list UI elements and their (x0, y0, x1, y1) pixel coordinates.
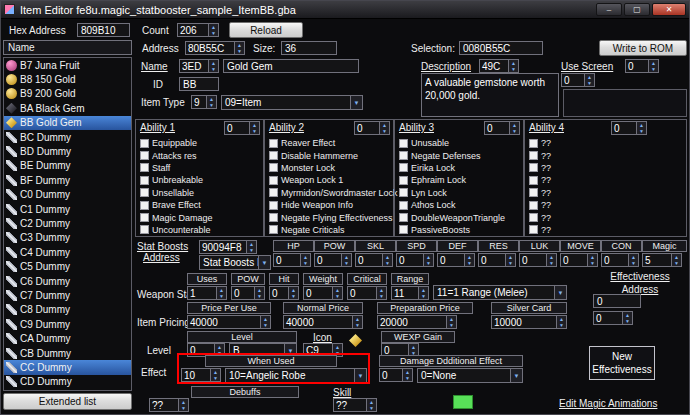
weapon-value-spinner[interactable]: 0▲▼ (231, 286, 265, 300)
weapon-value-spinner[interactable]: 0▲▼ (303, 286, 343, 300)
spinner-arrows[interactable]: ▲▼ (216, 287, 226, 299)
checkbox[interactable] (399, 139, 408, 148)
spinner-arrows[interactable]: ▲▼ (254, 287, 264, 299)
debuffs-spinner[interactable]: ??▲▼ (149, 398, 189, 412)
close-button[interactable]: ✕ (652, 3, 686, 16)
write-to-rom-button[interactable]: Write to ROM (599, 40, 687, 56)
ability-check-row[interactable]: PassiveBoosts (399, 224, 522, 236)
spinner-arrows[interactable]: ▲▼ (206, 96, 216, 108)
spin-down-icon[interactable]: ▼ (367, 405, 376, 411)
spinner-arrows[interactable]: ▲▼ (246, 241, 256, 253)
spin-down-icon[interactable]: ▼ (447, 322, 456, 328)
checkbox[interactable] (269, 213, 278, 222)
stat-value-spinner[interactable]: 0▲▼ (437, 253, 475, 267)
ability-check-row[interactable]: ?? (529, 137, 685, 149)
spin-down-icon[interactable]: ▼ (585, 80, 594, 86)
weapon-value-spinner[interactable]: 11▲▼ (391, 286, 429, 300)
checkbox[interactable] (529, 151, 538, 160)
ability-4-spinner[interactable]: 0▲▼ (611, 121, 647, 135)
stat-boosts-address-link-2[interactable]: Address (143, 252, 180, 263)
checkbox[interactable] (529, 176, 538, 185)
spin-down-icon[interactable]: ▼ (380, 128, 389, 134)
skill-link[interactable]: Skill (333, 387, 351, 398)
spinner-arrows[interactable]: ▲▼ (382, 254, 392, 266)
checkbox[interactable] (399, 188, 408, 197)
checkbox[interactable] (269, 163, 278, 172)
selection-field[interactable]: 0080B55C (459, 41, 543, 55)
checkbox[interactable] (269, 201, 278, 210)
spinner-arrows[interactable]: ▲▼ (508, 60, 518, 72)
use-screen-spinner-2[interactable]: 0▲▼ (625, 59, 659, 73)
ability-check-row[interactable]: Ephraim Lock (399, 174, 522, 186)
checkbox[interactable] (140, 176, 149, 185)
checkbox[interactable] (399, 201, 408, 210)
stat-value-spinner[interactable]: 0▲▼ (355, 253, 393, 267)
list-item[interactable]: CC Dummy (4, 360, 131, 374)
checkbox[interactable] (269, 139, 278, 148)
spin-down-icon[interactable]: ▼ (211, 375, 220, 381)
spinner-arrows[interactable]: ▲▼ (249, 122, 259, 134)
checkbox[interactable] (140, 139, 149, 148)
list-item[interactable]: C4 Dummy (4, 245, 131, 259)
chevron-down-icon[interactable]: ▼ (510, 369, 522, 382)
spin-down-icon[interactable]: ▼ (419, 293, 428, 299)
spin-down-icon[interactable]: ▼ (235, 48, 244, 54)
ability-check-row[interactable]: Eirika Lock (399, 162, 522, 174)
ability-check-row[interactable]: Negate Criticals (269, 224, 392, 236)
spin-down-icon[interactable]: ▼ (424, 260, 433, 266)
ability-2-link[interactable]: Ability 2 (269, 122, 304, 133)
spinner-arrows[interactable]: ▲▼ (234, 42, 244, 54)
weapon-value-spinner[interactable]: 1▲▼ (187, 286, 227, 300)
ability-check-row[interactable]: ?? (529, 211, 685, 223)
list-item[interactable]: B7 Juna Fruit (4, 58, 131, 72)
when-used-dropdown[interactable]: 10=Angelic Robe▼ (225, 368, 367, 383)
spinner-arrows[interactable]: ▲▼ (556, 316, 566, 328)
spin-down-icon[interactable]: ▼ (261, 322, 270, 328)
ability-check-row[interactable]: Equippable (140, 137, 262, 149)
ability-check-row[interactable]: ?? (529, 199, 685, 211)
stat-boosts-dropdown[interactable]: Stat Boosts P...▼ (199, 255, 271, 270)
spinner-arrows[interactable]: ▲▼ (546, 254, 556, 266)
spin-down-icon[interactable]: ▼ (637, 128, 646, 134)
checkbox[interactable] (140, 188, 149, 197)
spin-down-icon[interactable]: ▼ (506, 260, 515, 266)
spin-down-icon[interactable]: ▼ (377, 293, 386, 299)
ability-4-link[interactable]: Ability 4 (529, 122, 564, 133)
spin-down-icon[interactable]: ▼ (247, 247, 256, 253)
ability-check-row[interactable]: Disable Hammerne (269, 149, 392, 161)
stat-value-spinner[interactable]: 5▲▼ (642, 253, 682, 267)
spin-down-icon[interactable]: ▼ (207, 102, 216, 108)
ability-check-row[interactable]: ?? (529, 174, 685, 186)
list-item[interactable]: CD Dummy (4, 375, 131, 389)
ability-check-row[interactable]: Brave Effect (140, 199, 262, 211)
spin-down-icon[interactable]: ▼ (557, 322, 566, 328)
list-item[interactable]: BE Dummy (4, 159, 131, 173)
spinner-arrows[interactable]: ▲▼ (505, 254, 515, 266)
ability-1-spinner[interactable]: 0▲▼ (224, 121, 260, 135)
list-item[interactable]: C7 Dummy (4, 288, 131, 302)
effectiveness-spinner[interactable]: 0▲▼ (593, 311, 633, 325)
description-link[interactable]: Description (421, 61, 471, 72)
spinner-arrows[interactable]: ▲▼ (352, 316, 362, 328)
when-used-spinner[interactable]: 10▲▼ (181, 368, 221, 382)
id-field[interactable]: BB (179, 77, 219, 91)
spin-down-icon[interactable]: ▼ (547, 260, 556, 266)
name-id-spinner[interactable]: 3ED▲▼ (179, 59, 219, 73)
price-spinner[interactable]: 40000▲▼ (283, 315, 363, 329)
checkbox[interactable] (140, 225, 149, 234)
list-item[interactable]: C5 Dummy (4, 259, 131, 273)
reload-button[interactable]: Reload (229, 22, 303, 38)
effectiveness-address-link[interactable]: Effectiveness Address (593, 271, 687, 296)
checkbox[interactable] (140, 213, 149, 222)
spinner-arrows[interactable]: ▲▼ (587, 254, 597, 266)
spin-down-icon[interactable]: ▼ (465, 260, 474, 266)
stat-value-spinner[interactable]: 0▲▼ (314, 253, 352, 267)
list-item[interactable]: C8 Dummy (4, 303, 131, 317)
address-spinner[interactable]: 80B55C ▲▼ (185, 41, 245, 55)
spinner-arrows[interactable]: ▲▼ (464, 254, 474, 266)
spinner-arrows[interactable]: ▲▼ (288, 287, 298, 299)
list-item[interactable]: CB Dummy (4, 346, 131, 360)
checkbox[interactable] (399, 163, 408, 172)
spin-down-icon[interactable]: ▼ (353, 322, 362, 328)
list-item[interactable]: BD Dummy (4, 144, 131, 158)
